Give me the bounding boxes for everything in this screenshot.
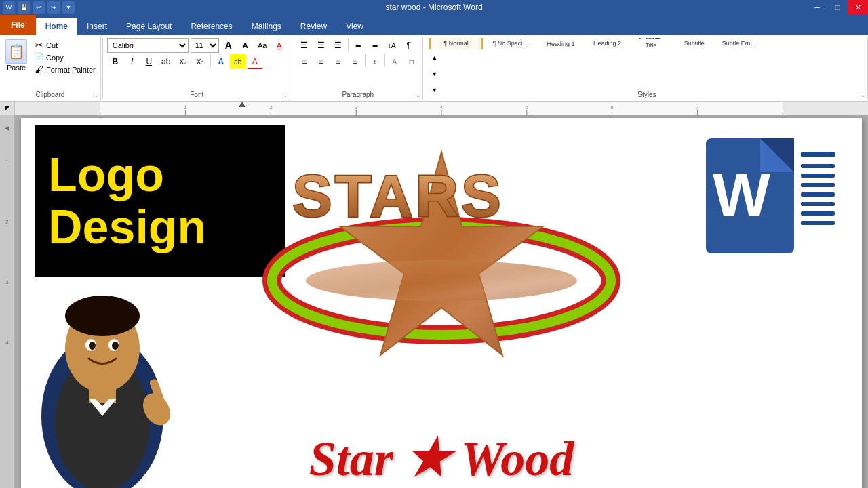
change-case-button[interactable]: Aa [255,38,270,53]
copy-icon: 📄 [33,52,44,62]
italic-button[interactable]: I [124,54,140,69]
font-name-select[interactable]: Calibri [107,38,189,53]
align-left-button[interactable]: ≡ [296,54,313,69]
paragraph-label: Paragraph [294,91,422,98]
sep-para3 [384,54,385,66]
font-group: Calibri 11 A A Aa A B I U ab X₂ X² A ab [104,37,290,100]
styles-content: AaBbCcDc ¶ Normal AaBbCcDc ¶ No Spaci...… [429,38,761,49]
sep-para2 [365,54,366,66]
line-spacing-button[interactable]: ↕ [367,54,383,69]
paragraph-group: ☰ ☰ ☰ ⬅ ➡ ↕A ¶ ≡ ≡ ≡ ≡ ↕ A □ Paragraph [294,37,423,100]
tab-file[interactable]: File [0,15,36,35]
cut-button[interactable]: ✂ Cut [31,39,98,51]
style-no-spacing-label: ¶ No Spaci... [492,40,527,47]
bullets-button[interactable]: ☰ [296,38,313,53]
document-page: Logo Design W [21,118,862,488]
window-controls-left: W 💾 ↩ ↪ ▼ [3,1,75,14]
page-ruler-3: 3 [5,279,8,285]
sep-font [210,54,211,66]
style-subtitle[interactable]: AaBbCc. Subtitle [673,38,715,49]
ruler: 1 2 3 4 5 6 7 [15,102,868,115]
logo-design-box: Logo Design [35,125,285,277]
style-heading1[interactable]: AaBbCc Heading 1 [537,38,585,49]
paste-button[interactable]: 📋 Paste [3,38,30,73]
tab-review[interactable]: Review [291,18,336,35]
ruler-left-button[interactable]: ◤ [0,102,15,115]
font-size-select[interactable]: 11 [191,38,219,53]
quick-access-save[interactable]: 💾 [18,1,30,14]
superscript-button[interactable]: X² [192,54,208,69]
clear-format-button[interactable]: A [272,38,287,53]
quick-access-redo[interactable]: ↪ [47,1,60,14]
style-subtitle-label: Subtitle [684,40,705,47]
tab-view[interactable]: View [336,18,373,35]
numbering-button[interactable]: ☰ [313,38,330,53]
borders-button[interactable]: □ [403,54,420,69]
document-area[interactable]: Logo Design W [15,115,868,488]
format-painter-button[interactable]: 🖌 Format Painter [31,64,98,75]
svg-rect-29 [801,211,835,216]
shading-button[interactable]: A [387,54,403,69]
style-subtle-em[interactable]: AaBbCcD Subtle Em... [717,38,761,49]
style-h2-label: Heading 2 [593,40,621,47]
styles-expand[interactable]: ⌄ [861,92,866,98]
style-title-label: Title [646,42,657,49]
sort-button[interactable]: ↕A [384,38,400,53]
tab-mailings[interactable]: Mailings [242,18,291,35]
close-button[interactable]: ✕ [848,0,868,15]
justify-button[interactable]: ≡ [347,54,363,69]
format-painter-icon: 🖌 [33,64,44,75]
tab-home[interactable]: Home [36,18,77,35]
ruler-marker: ◀ [5,125,9,131]
text-highlight-button[interactable]: ab [230,54,246,69]
svg-rect-23 [801,152,835,157]
style-normal[interactable]: AaBbCcDc ¶ Normal [429,38,484,49]
tab-pagelayout[interactable]: Page Layout [117,18,181,35]
paste-label: Paste [7,64,26,72]
ribbon-body: 📋 Paste ✂ Cut 📄 Copy 🖌 Format Painter Cl… [0,35,868,102]
styles-scroll-up[interactable]: ▲ [431,54,437,61]
strikethrough-button[interactable]: ab [158,54,174,69]
clipboard-expand[interactable]: ⌄ [94,92,99,98]
style-no-spacing[interactable]: AaBbCcDc ¶ No Spaci... [484,38,536,49]
style-title[interactable]: AaB Title [630,38,672,49]
sep-para1 [348,38,349,50]
svg-text:2: 2 [269,104,273,110]
maximize-button[interactable]: □ [827,0,848,15]
styles-scroll-down[interactable]: ▼ [431,70,437,77]
text-effects-button[interactable]: A [213,54,229,69]
font-grow-button[interactable]: A [221,38,236,53]
subscript-button[interactable]: X₂ [175,54,191,69]
paragraph-expand[interactable]: ⌄ [416,92,421,98]
show-marks-button[interactable]: ¶ [401,38,417,53]
clipboard-content: 📋 Paste ✂ Cut 📄 Copy 🖌 Format Painter [3,38,98,98]
cut-label: Cut [46,41,58,49]
starwood-text: Star ★ Wood [309,432,574,486]
style-heading2[interactable]: AaBbCc Heading 2 [586,38,629,49]
align-center-button[interactable]: ≡ [313,54,330,69]
svg-point-48 [112,342,119,350]
style-subtle-em-preview: AaBbCcD [721,38,757,39]
font-shrink-button[interactable]: A [238,38,253,53]
quick-access-more[interactable]: ▼ [62,1,75,14]
page-ruler-4: 4 [5,340,8,346]
tab-references[interactable]: References [181,18,241,35]
decrease-indent-button[interactable]: ⬅ [350,38,366,53]
font-row1: Calibri 11 A A Aa A [107,38,287,53]
quick-access-undo[interactable]: ↩ [33,1,45,14]
bold-button[interactable]: B [107,54,123,69]
person-area [21,281,184,488]
word-logo: W [692,131,842,267]
para-row2: ≡ ≡ ≡ ≡ ↕ A □ [296,54,420,69]
align-right-button[interactable]: ≡ [330,54,347,69]
underline-button[interactable]: U [141,54,157,69]
font-expand[interactable]: ⌄ [283,92,288,98]
multilevel-button[interactable]: ☰ [330,38,347,53]
tab-insert[interactable]: Insert [77,18,117,35]
font-color-button[interactable]: A [247,54,263,69]
increase-indent-button[interactable]: ➡ [367,38,383,53]
paste-icon: 📋 [5,39,27,64]
copy-button[interactable]: 📄 Copy [31,52,98,63]
minimize-button[interactable]: ─ [807,0,827,15]
svg-text:4: 4 [440,104,443,110]
